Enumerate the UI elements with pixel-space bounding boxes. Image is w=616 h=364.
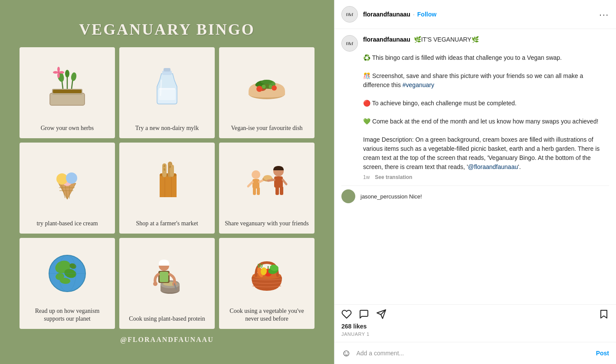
bingo-footer: @FLORAANDFAUNAAU: [120, 336, 213, 344]
header-avatar[interactable]: f&f: [341, 6, 358, 23]
cell-9-illustration: [243, 242, 291, 305]
svg-point-10: [57, 67, 60, 72]
caption-line4: 💚 Come back at the end of the month and …: [363, 118, 598, 125]
bookmark-icon: [599, 309, 609, 319]
svg-rect-0: [50, 93, 85, 105]
emoji-picker-button[interactable]: ☺: [341, 348, 351, 359]
cell-5-illustration: [143, 147, 191, 217]
bingo-cell-9: Cook using a vegetable you've never used…: [219, 238, 315, 329]
svg-rect-47: [252, 179, 259, 188]
comment-preview: jasone_percussion Nice!: [341, 185, 609, 203]
svg-rect-58: [253, 187, 256, 195]
cell-8-label: Cook using plant-based protein: [129, 315, 205, 323]
svg-rect-53: [274, 176, 283, 188]
svg-point-28: [272, 85, 277, 91]
caption-text: floraandfaunaau 🌿IT'S VEGANUARY🌿 ♻️ This…: [363, 35, 609, 172]
svg-line-54: [268, 180, 274, 181]
comment-input-bar: ☺ Post: [334, 342, 616, 364]
svg-point-76: [153, 282, 157, 286]
svg-rect-59: [257, 187, 260, 195]
cell-7-label: Read up on how veganism supports our pla…: [25, 307, 110, 323]
svg-line-48: [248, 182, 252, 186]
post-header-info: floraandfaunaau · Follow: [363, 11, 599, 18]
caption-avatar[interactable]: f&f: [341, 35, 358, 52]
svg-point-12: [57, 73, 60, 78]
share-button[interactable]: [376, 309, 387, 319]
bingo-cell-6: Share veganuary with your friends: [219, 143, 315, 234]
svg-rect-2: [53, 90, 82, 93]
caption-line3: 🔴 To achieve bingo, each challenge must …: [363, 100, 517, 107]
svg-point-13: [53, 71, 58, 74]
post-date: JANUARY 1: [341, 332, 609, 337]
comment-input-field[interactable]: [356, 350, 590, 357]
action-icons-row: [341, 309, 609, 319]
svg-point-46: [252, 170, 260, 179]
cell-4-illustration: [43, 147, 91, 217]
cell-9-label: Cook using a vegetable you've never used…: [224, 307, 309, 323]
post-comment-button[interactable]: Post: [596, 350, 609, 357]
caption-line2-prefix: 🎊 Screenshot, save and share this pictur…: [363, 72, 583, 88]
comment-button[interactable]: [359, 309, 369, 319]
see-translation-link[interactable]: See translation: [375, 174, 412, 180]
cell-8-illustration: [143, 242, 191, 312]
post-header: f&f floraandfaunaau · Follow ···: [334, 0, 616, 29]
caption-mention[interactable]: @floraandfaunaau: [468, 163, 518, 170]
svg-rect-57: [280, 186, 283, 195]
svg-point-36: [56, 173, 68, 185]
svg-marker-91: [601, 310, 607, 318]
cell-3-illustration: [243, 52, 291, 122]
cell-6-label: Share veganuary with your friends: [225, 220, 309, 228]
svg-rect-73: [159, 263, 169, 266]
comment-avatar: [341, 189, 355, 203]
svg-line-55: [283, 180, 286, 184]
svg-rect-75: [160, 272, 168, 282]
svg-rect-56: [275, 186, 279, 195]
cell-7-illustration: [43, 242, 91, 305]
bingo-cell-5: Shop at a farmer's market: [119, 143, 215, 234]
svg-point-11: [59, 71, 64, 74]
cell-1-label: Grow your own herbs: [41, 124, 94, 132]
post-content-area: f&f floraandfaunaau 🌿IT'S VEGANUARY🌿 ♻️ …: [334, 29, 616, 304]
comment-icon: [359, 309, 369, 319]
svg-point-8: [70, 72, 77, 81]
cell-2-illustration: [143, 52, 191, 122]
caption-title-emoji: 🌿IT'S VEGANUARY🌿: [414, 36, 479, 43]
caption-image-desc-end: '.: [518, 163, 521, 170]
header-username[interactable]: floraandfaunaau: [363, 11, 410, 18]
post-timestamp: 1w: [363, 174, 370, 180]
bingo-cell-1: Grow your own herbs: [20, 47, 115, 138]
svg-point-24: [261, 80, 273, 84]
bingo-cell-8: Cook using plant-based protein: [119, 238, 215, 329]
bookmark-button[interactable]: [599, 309, 609, 319]
bingo-cell-2: Try a new non-dairy mylk: [119, 47, 215, 138]
dot-separator: ·: [413, 11, 415, 18]
follow-button[interactable]: Follow: [417, 11, 436, 18]
bingo-cell-4: try plant-based ice cream: [20, 143, 115, 234]
svg-line-17: [161, 80, 161, 95]
svg-point-27: [256, 86, 262, 92]
share-icon: [376, 309, 387, 319]
instagram-post-detail: f&f floraandfaunaau · Follow ··· f&f flo…: [334, 0, 616, 364]
timestamp-row: 1w See translation: [363, 174, 609, 180]
svg-point-6: [65, 70, 69, 78]
like-button[interactable]: [341, 309, 352, 319]
caption-body: floraandfaunaau 🌿IT'S VEGANUARY🌿 ♻️ This…: [363, 35, 609, 180]
svg-point-37: [66, 172, 77, 184]
caption-hashtag[interactable]: #veganuary: [403, 81, 434, 88]
cell-5-label: Shop at a farmer's market: [136, 220, 198, 228]
cell-2-label: Try a new non-dairy mylk: [135, 124, 199, 132]
more-options-button[interactable]: ···: [599, 10, 609, 20]
bingo-cell-3: Vegan-ise your favourite dish: [219, 47, 315, 138]
cell-4-label: try plant-based ice cream: [36, 220, 98, 228]
comment-preview-text: jasone_percussion Nice!: [360, 193, 422, 200]
cell-3-label: Vegan-ise your favourite dish: [231, 124, 302, 132]
cell-6-illustration: [243, 147, 291, 217]
heart-icon: [341, 309, 352, 319]
caption-line1: ♻️ This bingo card is filled with ideas …: [363, 54, 562, 61]
caption-username[interactable]: floraandfaunaau: [363, 36, 410, 43]
bingo-card-panel: VEGANUARY BINGO: [0, 0, 334, 364]
bingo-title: VEGANUARY BINGO: [79, 20, 255, 39]
caption-block: f&f floraandfaunaau 🌿IT'S VEGANUARY🌿 ♻️ …: [341, 35, 609, 180]
likes-count: 268 likes: [341, 323, 609, 330]
action-bar: 268 likes JANUARY 1: [334, 304, 616, 342]
